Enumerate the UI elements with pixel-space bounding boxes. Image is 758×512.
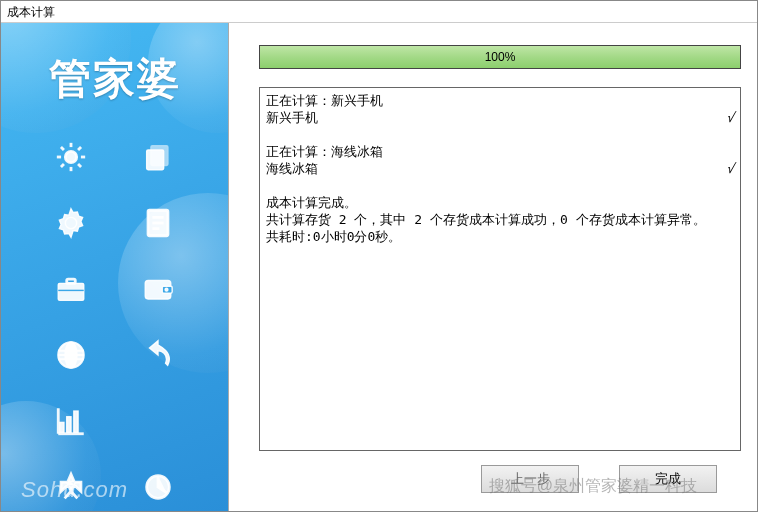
log-text: 共计算存货 2 个，其中 2 个存货成本计算成功，0 个存货成本计算异常。共耗时… <box>266 211 714 245</box>
svg-point-21 <box>165 288 168 291</box>
gear-icon <box>49 201 93 245</box>
svg-point-0 <box>65 151 76 162</box>
pie-chart-icon <box>136 465 180 509</box>
log-text: 新兴手机 <box>266 109 714 126</box>
check-mark-icon: √ <box>714 160 734 177</box>
check-mark-icon <box>714 177 734 194</box>
log-line: 共计算存货 2 个，其中 2 个存货成本计算成功，0 个存货成本计算异常。共耗时… <box>266 211 734 245</box>
check-mark-icon <box>714 211 734 245</box>
svg-rect-16 <box>58 283 84 300</box>
svg-line-5 <box>61 147 64 150</box>
blank-icon <box>136 399 180 443</box>
cost-calc-window: 成本计算 管家婆 <box>0 0 758 512</box>
log-text: 海线冰箱 <box>266 160 714 177</box>
progress-label: 100% <box>260 46 740 68</box>
log-line: 成本计算完成。 <box>266 194 734 211</box>
log-text: 正在计算：新兴手机 <box>266 92 714 109</box>
wallet-icon <box>136 267 180 311</box>
document-icon <box>136 201 180 245</box>
log-line <box>266 126 734 143</box>
content-area: 管家婆 <box>1 23 757 511</box>
log-line: 新兴手机√ <box>266 109 734 126</box>
files-icon <box>136 135 180 179</box>
log-text: 正在计算：海线冰箱 <box>266 143 714 160</box>
check-mark-icon <box>714 143 734 160</box>
check-mark-icon <box>714 194 734 211</box>
svg-rect-28 <box>67 417 71 433</box>
progress-bar: 100% <box>259 45 741 69</box>
sidebar: 管家婆 <box>1 23 229 511</box>
star-icon <box>49 465 93 509</box>
window-title: 成本计算 <box>1 1 757 23</box>
prev-button[interactable]: 上一步 <box>481 465 579 493</box>
sidebar-icon-grid <box>1 135 228 511</box>
brand-logo: 管家婆 <box>1 51 228 107</box>
bar-chart-icon <box>49 399 93 443</box>
check-mark-icon: √ <box>714 109 734 126</box>
log-output[interactable]: 正在计算：新兴手机新兴手机√ 正在计算：海线冰箱海线冰箱√ 成本计算完成。共计算… <box>259 87 741 451</box>
sun-icon <box>49 135 93 179</box>
svg-line-8 <box>78 147 81 150</box>
svg-rect-17 <box>67 279 76 283</box>
log-line: 正在计算：海线冰箱 <box>266 143 734 160</box>
svg-rect-27 <box>59 422 63 432</box>
log-line: 海线冰箱√ <box>266 160 734 177</box>
undo-icon <box>136 333 180 377</box>
button-row: 上一步 完成 <box>241 459 745 501</box>
svg-line-6 <box>78 164 81 167</box>
check-mark-icon <box>714 126 734 143</box>
svg-rect-10 <box>147 150 164 170</box>
main-panel: 100% 正在计算：新兴手机新兴手机√ 正在计算：海线冰箱海线冰箱√ 成本计算完… <box>229 23 757 511</box>
done-button[interactable]: 完成 <box>619 465 717 493</box>
svg-line-7 <box>61 164 64 167</box>
log-line: 正在计算：新兴手机 <box>266 92 734 109</box>
log-text: 成本计算完成。 <box>266 194 714 211</box>
globe-icon <box>49 333 93 377</box>
check-mark-icon <box>714 92 734 109</box>
briefcase-icon <box>49 267 93 311</box>
log-line <box>266 177 734 194</box>
log-text <box>266 177 714 194</box>
svg-rect-29 <box>74 411 78 432</box>
log-text <box>266 126 714 143</box>
